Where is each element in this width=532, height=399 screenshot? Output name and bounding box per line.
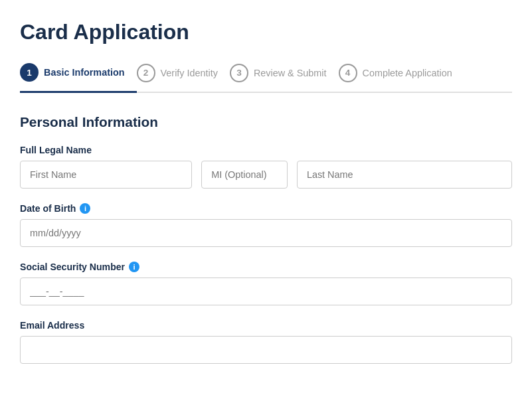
first-name-input[interactable] (20, 161, 192, 189)
step-1[interactable]: 1 Basic Information (20, 63, 137, 93)
ssn-info-icon[interactable]: i (129, 262, 139, 272)
step-2-circle: 2 (137, 64, 155, 82)
step-2-label: Verify Identity (161, 68, 218, 78)
step-1-circle: 1 (20, 63, 39, 82)
dob-group: Date of Birth i (20, 203, 512, 247)
full-legal-name-label: Full Legal Name (20, 145, 512, 155)
ssn-input[interactable] (20, 278, 512, 305)
mi-input[interactable] (201, 161, 288, 189)
step-3-label: Review & Submit (254, 68, 327, 78)
dob-label: Date of Birth i (20, 203, 512, 214)
step-4-circle: 4 (339, 64, 357, 82)
name-row (20, 161, 512, 189)
email-input[interactable] (20, 336, 512, 364)
step-2[interactable]: 2 Verify Identity (137, 64, 230, 92)
full-legal-name-group: Full Legal Name (20, 145, 512, 189)
mi-wrapper (201, 161, 288, 189)
ssn-label: Social Security Number i (20, 262, 512, 272)
steps-nav: 1 Basic Information 2 Verify Identity 3 … (20, 63, 512, 93)
last-name-input[interactable] (297, 161, 512, 189)
email-group: Email Address (20, 320, 512, 364)
dob-info-icon[interactable]: i (80, 203, 90, 214)
email-label: Email Address (20, 320, 512, 331)
step-4[interactable]: 4 Complete Application (339, 64, 464, 92)
section-title: Personal Information (20, 114, 512, 130)
ssn-group: Social Security Number i (20, 262, 512, 305)
application-form: Full Legal Name Date of Birth i Social S… (20, 145, 512, 364)
step-3-circle: 3 (230, 64, 248, 82)
step-4-label: Complete Application (363, 68, 452, 78)
page-title: Card Application (20, 20, 512, 44)
last-name-wrapper (297, 161, 512, 189)
step-3[interactable]: 3 Review & Submit (230, 64, 339, 92)
step-1-label: Basic Information (44, 67, 125, 78)
first-name-wrapper (20, 161, 192, 189)
dob-input[interactable] (20, 219, 512, 247)
